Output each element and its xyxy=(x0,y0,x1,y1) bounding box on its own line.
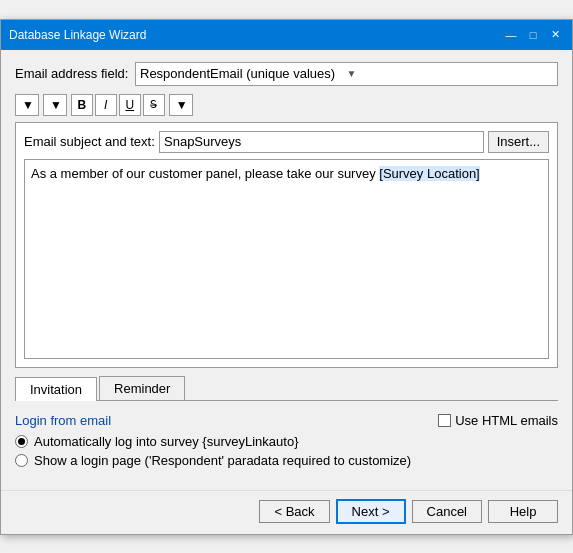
radio-auto-login[interactable]: Automatically log into survey {surveyLin… xyxy=(15,434,558,449)
window-title: Database Linkage Wizard xyxy=(9,28,146,42)
tabs-row: Invitation Reminder xyxy=(15,376,558,401)
text-format-group: B I U S̶ xyxy=(71,94,165,116)
use-html-emails-checkbox[interactable] xyxy=(438,414,451,427)
back-button[interactable]: < Back xyxy=(259,500,329,523)
email-address-value: RespondentEmail (unique values) xyxy=(140,66,347,81)
radio-login-page[interactable]: Show a login page ('Respondent' paradata… xyxy=(15,453,558,468)
dropdown-arrow-icon: ▼ xyxy=(347,68,554,79)
login-from-email-label: Login from email xyxy=(15,413,111,428)
radio-login-page-icon xyxy=(15,454,28,467)
size-dropdown-arrow-icon: ▼ xyxy=(50,98,62,112)
window-body: Email address field: RespondentEmail (un… xyxy=(1,50,572,490)
title-bar-controls: — □ ✕ xyxy=(502,26,564,44)
insert-button[interactable]: Insert... xyxy=(488,131,549,153)
email-body-text: As a member of our customer panel, pleas… xyxy=(31,166,379,181)
email-body-highlight: [Survey Location] xyxy=(379,166,479,181)
bottom-bar: < Back Next > Cancel Help xyxy=(1,490,572,534)
email-address-field-row: Email address field: RespondentEmail (un… xyxy=(15,62,558,86)
database-linkage-wizard-window: Database Linkage Wizard — □ ✕ Email addr… xyxy=(0,19,573,535)
radio-auto-icon xyxy=(15,435,28,448)
close-button[interactable]: ✕ xyxy=(546,26,564,44)
email-subject-row: Email subject and text: Insert... xyxy=(24,131,549,153)
size-select[interactable]: ▼ xyxy=(43,94,67,116)
email-subject-label: Email subject and text: xyxy=(24,134,159,149)
email-body-area[interactable]: As a member of our customer panel, pleas… xyxy=(24,159,549,359)
radio-auto-label: Automatically log into survey {surveyLin… xyxy=(34,434,298,449)
email-address-label: Email address field: xyxy=(15,66,135,81)
cancel-button[interactable]: Cancel xyxy=(412,500,482,523)
italic-button[interactable]: I xyxy=(95,94,117,116)
help-button[interactable]: Help xyxy=(488,500,558,523)
email-subject-input[interactable] xyxy=(159,131,484,153)
use-html-emails-label: Use HTML emails xyxy=(455,413,558,428)
next-button[interactable]: Next > xyxy=(336,499,406,524)
radio-login-page-label: Show a login page ('Respondent' paradata… xyxy=(34,453,411,468)
minimize-button[interactable]: — xyxy=(502,26,520,44)
font-dropdown-arrow-icon: ▼ xyxy=(22,98,34,112)
underline-button[interactable]: U xyxy=(119,94,141,116)
tab-reminder[interactable]: Reminder xyxy=(99,376,185,400)
font-select[interactable]: ▼ xyxy=(15,94,39,116)
style-select[interactable]: ▼ xyxy=(169,94,193,116)
maximize-button[interactable]: □ xyxy=(524,26,542,44)
formatting-toolbar: ▼ ▼ B I U S̶ ▼ xyxy=(15,94,558,116)
email-address-dropdown[interactable]: RespondentEmail (unique values) ▼ xyxy=(135,62,558,86)
options-top-row: Login from email Use HTML emails xyxy=(15,413,558,428)
bold-button[interactable]: B xyxy=(71,94,93,116)
strikethrough-button[interactable]: S̶ xyxy=(143,94,165,116)
title-bar: Database Linkage Wizard — □ ✕ xyxy=(1,20,572,50)
options-section: Login from email Use HTML emails Automat… xyxy=(15,409,558,480)
style-dropdown-arrow-icon: ▼ xyxy=(176,98,188,112)
use-html-emails-row: Use HTML emails xyxy=(438,413,558,428)
email-content-section: Email subject and text: Insert... As a m… xyxy=(15,122,558,368)
tab-invitation[interactable]: Invitation xyxy=(15,377,97,401)
